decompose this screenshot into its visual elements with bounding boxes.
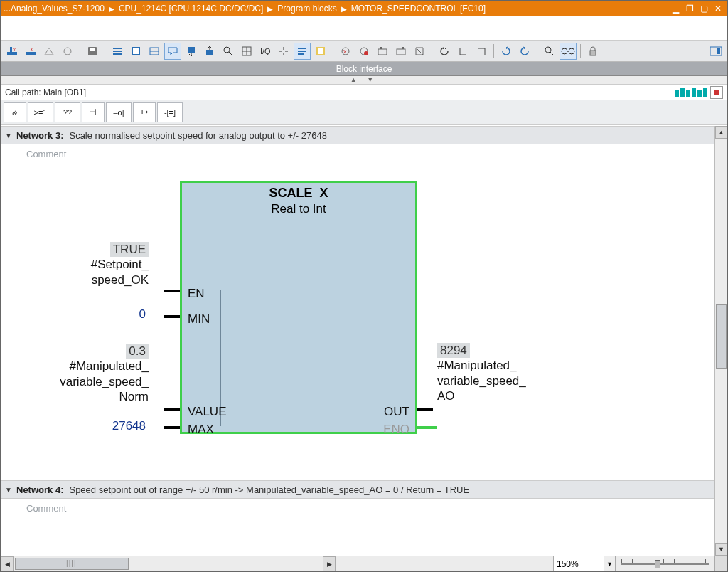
collapse-icon[interactable]: ▼ xyxy=(1,486,16,494)
breadcrumb-seg-0[interactable]: ...Analog_Values_S7-1200 xyxy=(4,4,105,14)
collapse-icon[interactable]: ▼ xyxy=(1,132,16,139)
scroll-thumb[interactable] xyxy=(716,304,727,369)
program-canvas[interactable]: ▼ Network 3: Scale normalised setpoint s… xyxy=(1,126,714,556)
io-min-mon: 0 xyxy=(136,307,149,322)
toolbar-icon[interactable] xyxy=(41,43,58,60)
monitor-icon[interactable] xyxy=(220,43,237,60)
svg-line-18 xyxy=(229,52,232,55)
wire xyxy=(417,426,437,429)
toolbar-icon[interactable] xyxy=(127,43,144,60)
toolbar-right-icon[interactable] xyxy=(707,43,724,60)
network-4-title: Network 4: xyxy=(16,484,63,495)
upload-icon[interactable] xyxy=(201,43,218,60)
port-value: VALUE xyxy=(188,405,227,419)
horizontal-scrollbar[interactable]: ◀ ▶ xyxy=(1,556,553,571)
glasses-icon[interactable] xyxy=(560,43,577,60)
zoom-input[interactable] xyxy=(554,559,604,569)
scroll-track[interactable] xyxy=(715,139,727,543)
network-3-comment[interactable]: Comment xyxy=(1,144,714,169)
download-icon[interactable] xyxy=(183,43,200,60)
toolbar-icon[interactable] xyxy=(238,43,255,60)
zoom-knob[interactable] xyxy=(655,560,660,568)
toolbar-icon[interactable]: x xyxy=(337,43,354,60)
toolbar-icon[interactable] xyxy=(275,43,292,60)
toolbar-icon[interactable] xyxy=(59,43,76,60)
scroll-right-icon[interactable]: ▶ xyxy=(323,556,336,571)
toolbar-icon[interactable] xyxy=(312,43,329,60)
vertical-scrollbar[interactable]: ▲ ▼ xyxy=(714,126,727,556)
block-interface-bar[interactable]: Block interface xyxy=(1,62,727,76)
network-4-header[interactable]: ▼ Network 4: Speed setpoint out of range… xyxy=(1,480,714,499)
comment-toggle-icon[interactable] xyxy=(164,43,181,60)
go-online-icon[interactable]: x xyxy=(4,43,21,60)
splitter-handle[interactable]: ▲ ▼ xyxy=(1,76,727,85)
toolbar-icon[interactable] xyxy=(374,43,391,60)
svg-rect-45 xyxy=(717,48,720,54)
io-min[interactable]: 0 xyxy=(1,307,149,322)
zoom-dropdown-icon[interactable]: ▼ xyxy=(604,556,615,571)
network-4: ▼ Network 4: Speed setpoint out of range… xyxy=(1,480,714,524)
svg-rect-15 xyxy=(188,47,195,53)
io-en[interactable]: TRUE #Setpoint_ speed_OK xyxy=(1,242,149,287)
breadcrumb-seg-1[interactable]: CPU_1214C [CPU 1214C DC/DC/DC] xyxy=(119,4,263,14)
zoom-slider[interactable] xyxy=(615,556,714,571)
network-view-icon[interactable] xyxy=(294,43,311,60)
search-icon[interactable] xyxy=(541,43,558,60)
toolbar-icon[interactable] xyxy=(473,43,490,60)
palette-unknown[interactable]: ?? xyxy=(55,102,80,122)
titlebar: ...Analog_Values_S7-1200 ▶ CPU_1214C [CP… xyxy=(1,1,727,16)
toolbar-icon[interactable]: I/Q xyxy=(257,43,274,60)
toolbar-icon[interactable] xyxy=(355,43,373,60)
wire xyxy=(417,408,433,411)
toolbar-icon[interactable] xyxy=(454,43,471,60)
palette-or[interactable]: >=1 xyxy=(28,102,53,122)
scroll-up-icon[interactable]: ▲ xyxy=(715,126,727,139)
scroll-left-icon[interactable]: ◀ xyxy=(1,556,14,571)
palette-and[interactable]: & xyxy=(4,102,26,122)
editor-subheader xyxy=(1,16,727,41)
callpath-value[interactable]: Main [OB1] xyxy=(43,88,86,97)
save-icon[interactable] xyxy=(84,43,101,60)
toolbar-icon[interactable] xyxy=(498,43,515,60)
toolbar-icon[interactable] xyxy=(109,43,126,60)
resize-grip[interactable] xyxy=(714,556,727,571)
palette-coil[interactable]: ↦ xyxy=(133,102,156,122)
scroll-down-icon[interactable]: ▼ xyxy=(715,543,727,556)
io-max[interactable]: 27648 xyxy=(1,418,149,433)
network-3-header[interactable]: ▼ Network 3: Scale normalised setpoint s… xyxy=(1,126,714,144)
breadcrumb-seg-3[interactable]: MOTOR_SPEEDCONTROL [FC10] xyxy=(351,4,486,14)
palette-assign[interactable]: -[=] xyxy=(157,102,183,122)
toolbar-icon[interactable] xyxy=(436,43,453,60)
port-max: MAX xyxy=(188,423,214,437)
toolbar-icon[interactable] xyxy=(146,43,163,60)
svg-rect-25 xyxy=(318,48,323,54)
zoom-box[interactable]: ▼ xyxy=(553,556,615,571)
palette-contact[interactable]: ⊣ xyxy=(82,102,105,122)
window-restore-button[interactable]: ❐ xyxy=(683,3,696,14)
toolbar-icon[interactable] xyxy=(392,43,410,60)
callpath-row: Call path: Main [OB1] xyxy=(1,85,727,100)
svg-point-40 xyxy=(562,48,567,54)
network-3-body[interactable]: SCALE_X Real to Int EN MIN VALUE MAX OUT… xyxy=(1,169,714,480)
toolbar-icon[interactable] xyxy=(516,43,533,60)
go-offline-icon[interactable]: x xyxy=(22,43,39,60)
network-4-comment[interactable]: Comment xyxy=(1,499,714,524)
lock-icon[interactable] xyxy=(584,43,601,60)
palette-neg[interactable]: –o| xyxy=(106,102,132,122)
record-icon[interactable] xyxy=(710,86,723,99)
scalex-block[interactable]: SCALE_X Real to Int EN MIN VALUE MAX OUT… xyxy=(180,181,417,434)
hscroll-thumb[interactable] xyxy=(15,558,129,570)
breadcrumb-seg-2[interactable]: Program blocks xyxy=(277,4,336,14)
window-minimize-button[interactable]: ▁ xyxy=(669,3,682,14)
toolbar-icon[interactable] xyxy=(411,43,428,60)
window-close-button[interactable]: ✕ xyxy=(712,3,724,14)
io-out[interactable]: 8294 #Manipulated_ variable_speed_ AO xyxy=(437,343,622,403)
network-3-title: Network 3: xyxy=(16,130,63,141)
svg-point-38 xyxy=(545,47,551,53)
chevron-right-icon: ▶ xyxy=(267,5,273,13)
window-maximize-button[interactable]: ▢ xyxy=(697,3,710,14)
svg-line-39 xyxy=(550,52,554,55)
hscroll-track[interactable] xyxy=(14,556,323,571)
wire xyxy=(164,408,180,411)
io-value[interactable]: 0.3 #Manipulated_ variable_speed_ Norm xyxy=(1,344,149,404)
